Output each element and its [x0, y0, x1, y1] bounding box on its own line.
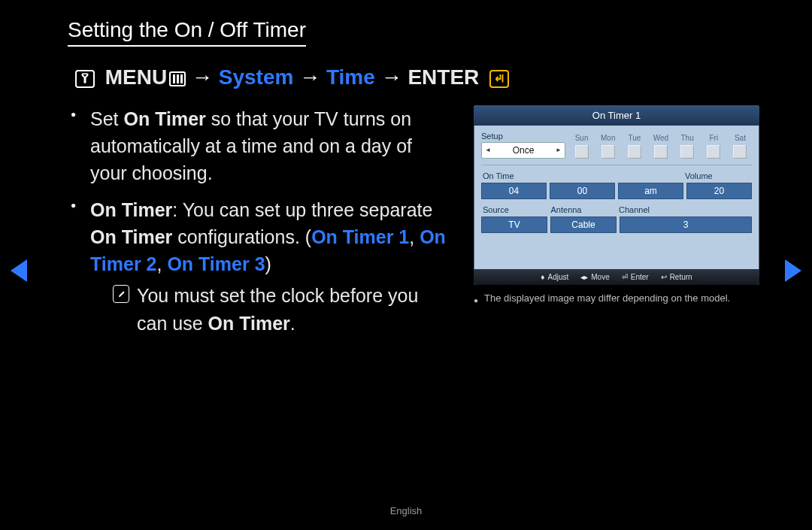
enter-small-icon: ⏎	[622, 273, 628, 281]
day-checkbox-tue[interactable]	[628, 145, 641, 159]
updown-icon: ♦	[541, 273, 544, 281]
volume-value[interactable]: 20	[686, 183, 752, 199]
text: configurations. (	[172, 226, 311, 247]
chevron-left-icon: ◄	[485, 147, 491, 153]
nav-next-button[interactable]	[785, 259, 801, 282]
bullet-item: On Timer: You can set up three separate …	[68, 196, 453, 337]
enter-label: ENTER	[408, 65, 479, 89]
breadcrumb-time: Time	[326, 65, 375, 89]
link-on-timer-1: On Timer 1	[311, 226, 409, 247]
days-row: Sun Mon Tue Wed Thu Fri Sat	[570, 134, 752, 159]
day-label: Tue	[623, 134, 646, 142]
breadcrumb: MENU → System → Time → ENTER	[75, 63, 759, 92]
text-bold: On Timer	[90, 199, 172, 220]
return-icon: ↩	[661, 273, 667, 281]
note-icon	[113, 285, 129, 303]
channel-label: Channel	[617, 205, 752, 214]
day-checkbox-sat[interactable]	[733, 145, 747, 159]
foot-return: Return	[670, 273, 692, 281]
day-checkbox-wed[interactable]	[654, 145, 668, 159]
text: ,	[409, 226, 420, 247]
volume-label: Volume	[683, 171, 752, 180]
text-bold: On Timer	[123, 108, 205, 129]
arrow-icon: →	[381, 65, 402, 89]
antenna-value[interactable]: Cable	[550, 217, 617, 233]
ontime-label: On Time	[481, 171, 683, 180]
setup-selector[interactable]: ◄ Once ►	[481, 142, 565, 159]
source-label: Source	[481, 205, 550, 214]
text-bold: On Timer	[90, 226, 172, 247]
day-checkbox-thu[interactable]	[680, 145, 694, 159]
day-label: Sat	[729, 134, 752, 142]
enter-icon	[489, 70, 509, 88]
text: )	[265, 253, 271, 274]
minute-value[interactable]: 00	[550, 183, 615, 199]
foot-adjust: Adjust	[547, 273, 568, 281]
day-checkbox-mon[interactable]	[601, 145, 615, 159]
text: ,	[156, 253, 167, 274]
arrow-icon: →	[192, 65, 213, 89]
osd-footer: ♦Adjust ◂▸Move ⏎Enter ↩Return	[474, 269, 759, 285]
arrow-icon: →	[299, 65, 320, 89]
hour-value[interactable]: 04	[481, 183, 547, 199]
link-on-timer-3: On Timer 3	[167, 253, 265, 274]
menu-grid-icon	[169, 71, 186, 86]
text: .	[290, 313, 295, 334]
language-label: English	[0, 505, 812, 516]
breadcrumb-system: System	[219, 65, 294, 89]
day-label: Thu	[676, 134, 699, 142]
remote-menu-icon	[75, 70, 95, 88]
leftright-icon: ◂▸	[580, 273, 588, 281]
nav-prev-button[interactable]	[11, 259, 27, 282]
text: : You can set up three separate	[172, 199, 432, 220]
note-text: You must set the clock before you can us…	[137, 282, 453, 337]
osd-preview: On Timer 1 Setup ◄ Once ► Sun	[474, 105, 759, 285]
bullet-icon: ●	[474, 292, 478, 309]
day-label: Wed	[649, 134, 672, 142]
text-bold: On Timer	[208, 313, 290, 334]
osd-title: On Timer 1	[474, 105, 759, 126]
setup-label: Setup	[481, 132, 565, 141]
antenna-label: Antenna	[550, 205, 618, 214]
text: Set	[90, 108, 123, 129]
day-checkbox-sun[interactable]	[575, 145, 589, 159]
bullet-item: Set On Timer so that your TV turns on au…	[68, 105, 453, 187]
menu-label: MENU	[105, 65, 167, 89]
day-label: Sun	[570, 134, 593, 142]
day-label: Mon	[596, 134, 620, 142]
setup-value: Once	[513, 145, 535, 156]
source-value[interactable]: TV	[481, 217, 547, 233]
chevron-right-icon: ►	[556, 147, 562, 153]
day-label: Fri	[702, 134, 726, 142]
ampm-value[interactable]: am	[618, 183, 683, 199]
page-title: Setting the On / Off Timer	[68, 18, 306, 47]
channel-value[interactable]: 3	[620, 217, 752, 233]
day-checkbox-fri[interactable]	[707, 145, 720, 159]
foot-move: Move	[591, 273, 609, 281]
foot-enter: Enter	[631, 273, 649, 281]
footnote-text: The displayed image may differ depending…	[484, 292, 730, 309]
